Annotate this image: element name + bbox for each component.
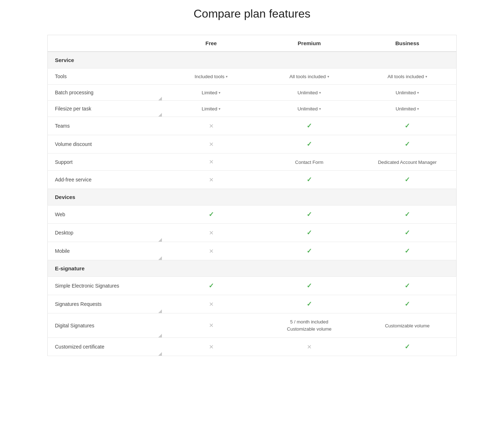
- cell-dropdown[interactable]: Unlimited ▾: [260, 85, 358, 101]
- dropdown-label: Unlimited: [396, 106, 416, 112]
- chevron-down-icon: ▾: [226, 75, 228, 79]
- check-icon: ✓: [405, 282, 410, 289]
- cell-check: ✓: [260, 205, 358, 224]
- cross-icon: ✕: [307, 344, 312, 350]
- cross-icon: ✕: [209, 230, 214, 236]
- chevron-down-icon: ▾: [425, 75, 427, 79]
- cell-check: ✓: [358, 205, 456, 224]
- dropdown-label: Unlimited: [298, 90, 318, 95]
- cell-dropdown[interactable]: Unlimited ▾: [260, 101, 358, 117]
- cell-dropdown[interactable]: Limited ▾: [162, 85, 260, 101]
- cell-multiline: 5 / month includedCustomizable volume: [260, 313, 358, 338]
- table-row-add-free-service: Add-free service✕✓✓: [48, 171, 457, 189]
- cell-check: ✓: [162, 205, 260, 224]
- chevron-down-icon: ▾: [319, 91, 321, 95]
- dropdown-value[interactable]: Unlimited ▾: [396, 106, 419, 112]
- check-icon: ✓: [405, 211, 410, 218]
- feature-label: Simple Electronic Signatures: [48, 277, 162, 295]
- check-icon: ✓: [307, 229, 312, 236]
- cell-dropdown[interactable]: All tools included ▾: [260, 68, 358, 85]
- section-label: Service: [48, 52, 457, 68]
- check-icon: ✓: [405, 247, 410, 255]
- cell-dropdown[interactable]: Limited ▾: [162, 101, 260, 117]
- cell-cross: ✕: [162, 171, 260, 189]
- section-header-e-signature: E-signature: [48, 260, 457, 277]
- feature-label: Add-free service: [48, 171, 162, 189]
- cell-cross: ✕: [162, 338, 260, 356]
- text-value: Customizable volume: [385, 323, 429, 328]
- text-value: Dedicated Account Manager: [378, 160, 437, 165]
- feature-label: Mobile: [48, 242, 162, 260]
- dropdown-label: Unlimited: [396, 90, 416, 95]
- cell-dropdown[interactable]: Included tools ▾: [162, 68, 260, 85]
- dropdown-value[interactable]: Unlimited ▾: [298, 106, 321, 112]
- check-icon: ✓: [405, 176, 410, 183]
- cell-text: Customizable volume: [358, 313, 456, 338]
- cell-check: ✓: [260, 277, 358, 295]
- section-label: E-signature: [48, 260, 457, 277]
- table-row-simple-electronic-signatures: Simple Electronic Signatures✓✓✓: [48, 277, 457, 295]
- table-row-mobile: Mobile✕✓✓: [48, 242, 457, 260]
- cell-cross: ✕: [162, 153, 260, 171]
- check-icon: ✓: [307, 176, 312, 183]
- table-row-teams: Teams✕✓✓: [48, 117, 457, 135]
- check-icon: ✓: [307, 300, 312, 308]
- dropdown-label: All tools included: [387, 74, 424, 79]
- cross-icon: ✕: [209, 159, 214, 165]
- feature-label: Tools: [48, 68, 162, 85]
- feature-label: Customized certificate: [48, 338, 162, 356]
- cell-check: ✓: [358, 117, 456, 135]
- dropdown-label: Limited: [202, 106, 218, 112]
- cell-check: ✓: [260, 224, 358, 242]
- dropdown-value[interactable]: Limited ▾: [202, 106, 221, 112]
- feature-label: Batch processing: [48, 85, 162, 101]
- cell-check: ✓: [358, 295, 456, 313]
- section-header-devices: Devices: [48, 189, 457, 205]
- check-icon: ✓: [209, 282, 214, 289]
- section-header-service: Service: [48, 52, 457, 68]
- dropdown-value[interactable]: All tools included ▾: [387, 74, 427, 79]
- cell-cross: ✕: [162, 242, 260, 260]
- chevron-down-icon: ▾: [219, 91, 220, 95]
- table-row-filesize-per-task: Filesize per task Limited ▾ Unlimited ▾ …: [48, 101, 457, 117]
- dropdown-value[interactable]: All tools included ▾: [289, 74, 329, 79]
- table-row-tools: Tools Included tools ▾ All tools include…: [48, 68, 457, 85]
- table-header: Free Premium Business: [48, 35, 457, 52]
- check-icon: ✓: [307, 141, 312, 148]
- check-icon: ✓: [307, 122, 312, 129]
- cell-check: ✓: [358, 338, 456, 356]
- cell-check: ✓: [260, 135, 358, 153]
- chevron-down-icon: ▾: [417, 91, 419, 95]
- cell-check: ✓: [358, 242, 456, 260]
- feature-label: Support: [48, 153, 162, 171]
- table-row-volume-discount: Volume discount✕✓✓: [48, 135, 457, 153]
- cell-dropdown[interactable]: Unlimited ▾: [358, 101, 456, 117]
- table-row-customized-certificate: Customized certificate✕✕✓: [48, 338, 457, 356]
- dropdown-value[interactable]: Unlimited ▾: [396, 90, 419, 95]
- section-label: Devices: [48, 189, 457, 205]
- cross-icon: ✕: [209, 248, 214, 254]
- dropdown-value[interactable]: Unlimited ▾: [298, 90, 321, 95]
- check-icon: ✓: [307, 211, 312, 218]
- dropdown-value[interactable]: Limited ▾: [202, 90, 221, 95]
- feature-label: Teams: [48, 117, 162, 135]
- cell-check: ✓: [358, 135, 456, 153]
- dropdown-value[interactable]: Included tools ▾: [195, 74, 228, 79]
- feature-label: Signatures Requests: [48, 295, 162, 313]
- check-icon: ✓: [405, 300, 410, 308]
- feature-label: Digital Signatures: [48, 313, 162, 338]
- cross-icon: ✕: [209, 344, 214, 350]
- cell-check: ✓: [260, 295, 358, 313]
- table-row-signatures-requests: Signatures Requests✕✓✓: [48, 295, 457, 313]
- cell-dropdown[interactable]: All tools included ▾: [358, 68, 456, 85]
- comparison-table: Free Premium Business ServiceTools Inclu…: [47, 35, 457, 356]
- cell-check: ✓: [260, 171, 358, 189]
- col-header-feature: [48, 35, 162, 52]
- col-header-premium: Premium: [260, 35, 358, 52]
- chevron-down-icon: ▾: [319, 107, 321, 111]
- cross-icon: ✕: [209, 141, 214, 147]
- cell-dropdown[interactable]: Unlimited ▾: [358, 85, 456, 101]
- feature-label: Web: [48, 205, 162, 224]
- feature-label: Filesize per task: [48, 101, 162, 117]
- table-row-digital-signatures: Digital Signatures✕ 5 / month includedCu…: [48, 313, 457, 338]
